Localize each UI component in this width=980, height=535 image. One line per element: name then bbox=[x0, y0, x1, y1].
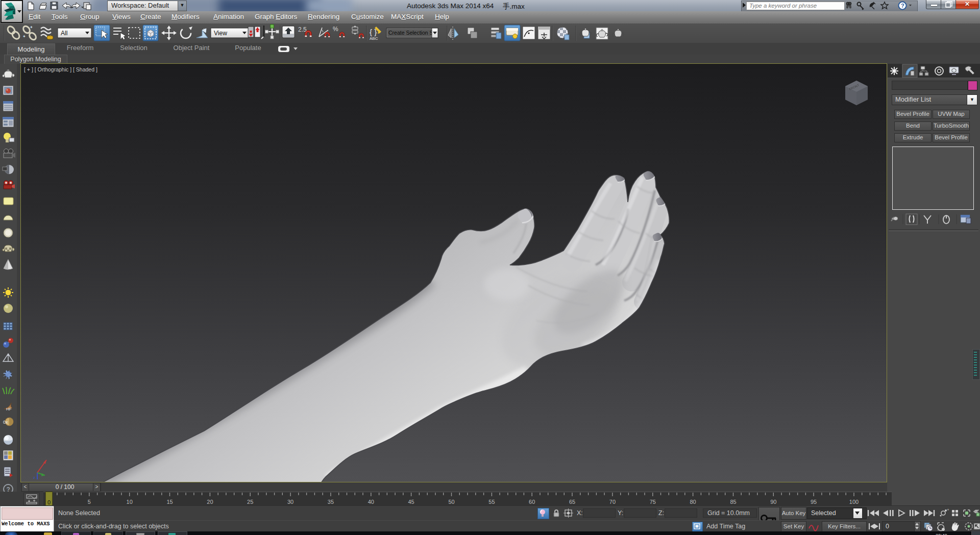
svg-text:10: 10 bbox=[127, 499, 133, 505]
svg-text:50: 50 bbox=[448, 499, 454, 505]
svg-text:25: 25 bbox=[247, 499, 253, 505]
svg-text:HF: HF bbox=[6, 407, 12, 411]
svg-text:✦: ✦ bbox=[22, 34, 26, 39]
svg-text:✦: ✦ bbox=[30, 25, 33, 30]
svg-text:65: 65 bbox=[569, 499, 575, 505]
svg-text:100: 100 bbox=[849, 499, 859, 505]
svg-text:45: 45 bbox=[408, 499, 414, 505]
svg-text:20: 20 bbox=[207, 499, 213, 505]
svg-text:0x: 0x bbox=[3, 420, 8, 425]
svg-text:15: 15 bbox=[166, 499, 173, 505]
svg-text:+: + bbox=[947, 507, 949, 512]
svg-text:[ + ] [ Orthographic ] [ Shade: [ + ] [ Orthographic ] [ Shaded ] bbox=[24, 66, 97, 72]
svg-text:5: 5 bbox=[88, 499, 91, 505]
svg-text:80: 80 bbox=[690, 499, 696, 505]
svg-text:ABC: ABC bbox=[370, 36, 378, 41]
svg-text:85: 85 bbox=[730, 499, 736, 505]
svg-text:55: 55 bbox=[488, 499, 495, 505]
svg-text:90: 90 bbox=[770, 499, 776, 505]
svg-text:%: % bbox=[333, 26, 338, 33]
svg-text:View: View bbox=[214, 30, 227, 37]
svg-text:z: z bbox=[33, 475, 35, 480]
svg-text:?: ? bbox=[901, 3, 904, 9]
svg-text:30: 30 bbox=[287, 499, 293, 505]
svg-text:Create Selection Se: Create Selection Se bbox=[388, 30, 436, 36]
svg-text:40: 40 bbox=[368, 499, 374, 505]
svg-text:75: 75 bbox=[650, 499, 656, 505]
svg-text:70: 70 bbox=[609, 499, 616, 505]
svg-text:All: All bbox=[61, 30, 67, 37]
svg-text:35: 35 bbox=[328, 499, 334, 505]
svg-text:60: 60 bbox=[529, 499, 535, 505]
svg-text:95: 95 bbox=[811, 499, 817, 505]
